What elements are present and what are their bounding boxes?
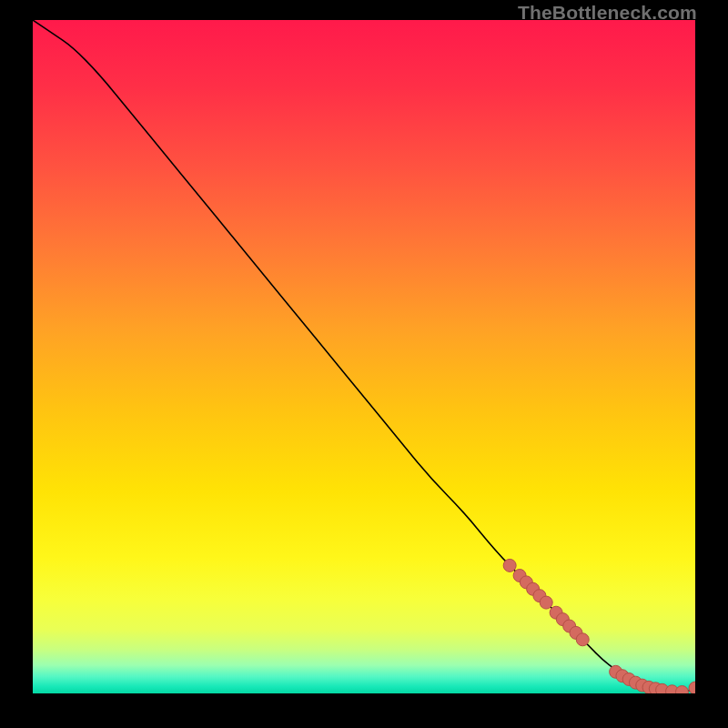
gradient-background bbox=[33, 20, 695, 693]
plot-area bbox=[33, 20, 695, 693]
marker-cluster-upper bbox=[503, 559, 516, 571]
marker-cluster-upper bbox=[540, 596, 552, 609]
chart-svg bbox=[33, 20, 695, 693]
chart-stage: TheBottleneck.com bbox=[0, 0, 728, 728]
marker-cluster-mid bbox=[576, 633, 589, 646]
